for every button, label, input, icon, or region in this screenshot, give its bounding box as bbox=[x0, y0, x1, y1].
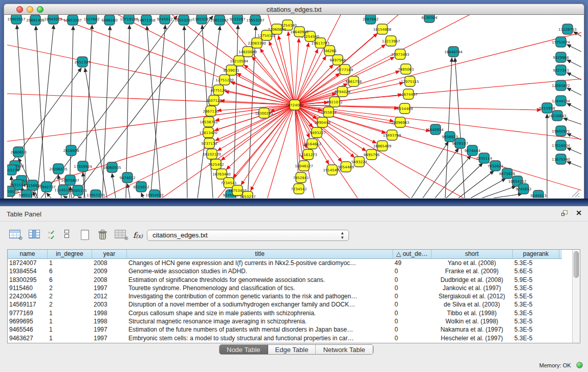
tab-edge-table[interactable]: Edge Table bbox=[268, 345, 316, 354]
graph-edge[interactable] bbox=[563, 118, 581, 124]
canvas-resize-grip[interactable] bbox=[572, 190, 579, 197]
graph-edge[interactable] bbox=[567, 88, 581, 95]
table-cell: 9115460 bbox=[8, 284, 48, 292]
table-selector-dropdown[interactable]: citations_edges.txt ▲▼ bbox=[147, 230, 349, 241]
column-header-title[interactable]: title bbox=[127, 250, 393, 258]
column-header-out_de[interactable]: △ out_de… bbox=[393, 250, 431, 258]
graph-edge[interactable] bbox=[567, 73, 581, 80]
row-height-icon[interactable] bbox=[64, 230, 69, 239]
citation-network-graph[interactable]: 1940355720691406189430121065328715276026… bbox=[7, 15, 581, 198]
table-row[interactable]: 1938455462009Genome-wide association stu… bbox=[8, 267, 562, 275]
column-header-in_degree[interactable]: in_degree bbox=[48, 250, 92, 258]
network-window-titlebar[interactable]: citations_edges.txt bbox=[4, 4, 584, 15]
table-row[interactable]: 946554611997Estimation of the future num… bbox=[8, 325, 562, 334]
graph-edge[interactable] bbox=[295, 105, 539, 198]
graph-edge[interactable] bbox=[455, 58, 465, 198]
table-header-row: namein_degreeyeartitle△ out_de…shortpage… bbox=[8, 250, 562, 259]
scrollbar-thumb[interactable] bbox=[574, 251, 579, 278]
graph-node-label: 9777169 bbox=[337, 68, 353, 72]
table-row[interactable]: 1456911722003Disruption of a novel membe… bbox=[8, 300, 562, 309]
graph-edge[interactable] bbox=[141, 193, 143, 198]
graph-node-label: 19145477 bbox=[323, 168, 341, 172]
graph-edge[interactable] bbox=[233, 25, 238, 198]
graph-edge[interactable] bbox=[7, 92, 295, 105]
column-header-pagerank[interactable]: pagerank bbox=[513, 250, 559, 258]
table-cell: 1 bbox=[48, 317, 92, 325]
graph-edge[interactable] bbox=[567, 148, 581, 154]
graph-edge[interactable] bbox=[237, 73, 295, 105]
table-row[interactable]: 1830029562008Estimation of significance … bbox=[8, 276, 562, 284]
select-columns-icon[interactable] bbox=[29, 230, 40, 238]
graph-node-label: 12093872 bbox=[552, 84, 570, 88]
graph-edge[interactable] bbox=[37, 25, 54, 198]
graph-node-label: 18300295 bbox=[255, 112, 273, 116]
graph-edge[interactable] bbox=[147, 26, 161, 198]
graph-edge[interactable] bbox=[423, 148, 459, 198]
close-panel-icon[interactable]: ✕ bbox=[576, 209, 582, 217]
table-row[interactable]: 946362711997Embryonic stem cells: a mode… bbox=[8, 334, 562, 342]
graph-node-label: 18724007 bbox=[286, 103, 304, 107]
graph-edge[interactable] bbox=[150, 25, 165, 198]
table-settings-icon[interactable]: ⚙ bbox=[9, 230, 20, 238]
graph-node-label: 16648784 bbox=[444, 50, 463, 54]
graph-edge[interactable] bbox=[295, 15, 442, 105]
function-builder-icon[interactable]: f(x) bbox=[133, 231, 143, 240]
graph-node-label: 19613733 bbox=[311, 41, 330, 46]
column-header-short[interactable]: short bbox=[431, 250, 513, 258]
graph-edge[interactable] bbox=[78, 196, 80, 198]
table-cell: 0 bbox=[393, 334, 431, 342]
network-canvas[interactable]: 1940355720691406189430121065328715276026… bbox=[4, 15, 584, 199]
graph-edge[interactable] bbox=[493, 194, 522, 198]
table-row[interactable]: 911546021997Tourette syndrome. Phenomeno… bbox=[8, 284, 562, 292]
vertical-scrollbar[interactable] bbox=[572, 250, 580, 343]
table-cell: 2008 bbox=[92, 276, 127, 284]
graph-edge[interactable] bbox=[260, 49, 295, 105]
table-row[interactable]: 977716911998Corpus callosum shape and si… bbox=[8, 309, 562, 317]
graph-edge[interactable] bbox=[295, 34, 377, 105]
new-document-icon[interactable] bbox=[81, 230, 89, 240]
graph-edge[interactable] bbox=[445, 58, 452, 198]
graph-node-label: 7632621 bbox=[487, 164, 503, 168]
table-row[interactable]: 969969511998Structural magnetic resonanc… bbox=[8, 317, 562, 325]
graph-edge[interactable] bbox=[295, 105, 581, 143]
graph-edge[interactable] bbox=[63, 196, 67, 198]
graph-edge[interactable] bbox=[567, 103, 581, 111]
select-rows-icon[interactable]: ▫✓▫✓ bbox=[48, 230, 58, 240]
table-cell: 2009 bbox=[92, 267, 127, 275]
graph-edge[interactable] bbox=[567, 45, 581, 52]
tab-network-table[interactable]: Network Table bbox=[316, 345, 373, 354]
graph-node-label: 22083390 bbox=[248, 41, 266, 46]
graph-edge[interactable] bbox=[184, 26, 187, 198]
graph-node-label: 9154469 bbox=[397, 107, 412, 111]
table-row[interactable]: 2242004622012Investigating the contribut… bbox=[8, 292, 562, 300]
column-header-year[interactable]: year bbox=[92, 250, 127, 258]
graph-edge[interactable] bbox=[471, 179, 506, 198]
graph-node-label: 9245013 bbox=[530, 194, 546, 198]
table-cell: 18724007 bbox=[8, 259, 48, 267]
column-header-name[interactable]: name bbox=[8, 250, 48, 258]
graph-edge[interactable] bbox=[567, 60, 581, 67]
graph-edge[interactable] bbox=[567, 162, 581, 167]
graph-edge[interactable] bbox=[214, 105, 295, 130]
graph-node-label: 15692971 bbox=[552, 129, 570, 134]
tab-node-table[interactable]: Node Table bbox=[220, 345, 268, 354]
graph-edge[interactable] bbox=[47, 193, 51, 198]
graph-edge[interactable] bbox=[181, 105, 295, 198]
table-row[interactable]: 1872400712008Changes of HCN gene express… bbox=[8, 259, 562, 267]
graph-edge[interactable] bbox=[73, 16, 213, 198]
table-cell: Changes of HCN gene expression and I(f) … bbox=[127, 259, 393, 267]
delete-icon[interactable] bbox=[98, 230, 107, 240]
graph-node-label: 6466160 bbox=[101, 18, 117, 23]
table-cell: Nakamura et al. (1997) bbox=[431, 325, 513, 334]
graph-edge[interactable] bbox=[244, 65, 295, 105]
graph-edge[interactable] bbox=[84, 25, 92, 198]
graph-edge[interactable] bbox=[112, 173, 116, 198]
graph-edge[interactable] bbox=[482, 186, 516, 198]
graph-edge[interactable] bbox=[253, 105, 295, 198]
table-cell: 2012 bbox=[92, 292, 127, 300]
graph-node-label: 9237132 bbox=[201, 142, 217, 146]
horizontal-splitter[interactable] bbox=[0, 199, 588, 206]
graph-edge[interactable] bbox=[85, 68, 107, 198]
graph-edge[interactable] bbox=[70, 26, 73, 198]
float-panel-icon[interactable] bbox=[561, 210, 569, 217]
